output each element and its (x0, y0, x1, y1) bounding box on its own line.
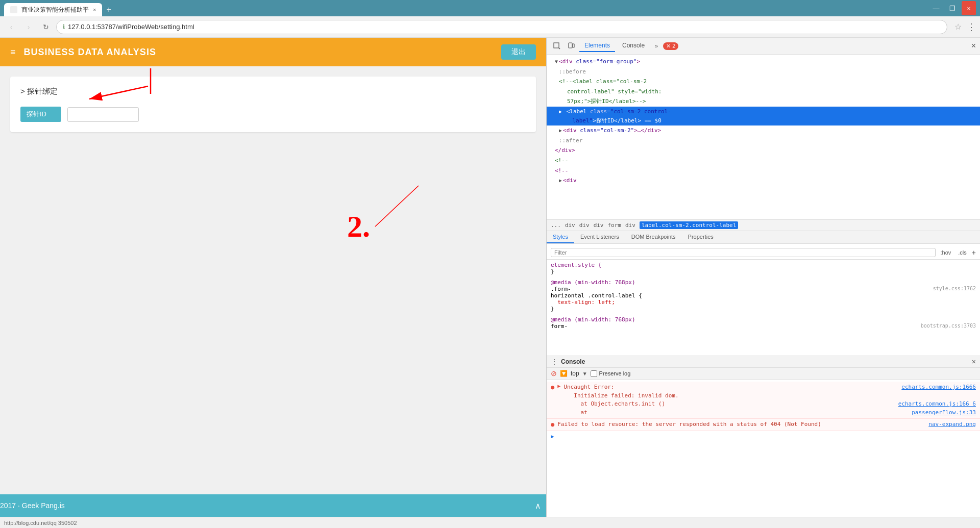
console-clear-btn[interactable]: ⊘ (551, 369, 557, 378)
device-toggle-btn[interactable] (565, 40, 577, 52)
devtools-toolbar: Elements Console » ✕ 2 × (547, 38, 980, 55)
add-rule-btn[interactable]: + (972, 248, 976, 257)
window-maximize-btn[interactable]: ❐ (945, 1, 960, 15)
error-icon-2: ● (551, 421, 554, 428)
field-input[interactable] (67, 107, 139, 122)
html-line: </div> (547, 145, 980, 156)
console-toolbar: ⋮ Console × (547, 356, 980, 368)
preserve-log-checkbox[interactable] (591, 370, 597, 377)
bookmark-btn[interactable]: ☆ (954, 22, 962, 32)
console-expand-arrow[interactable]: ▶ (547, 431, 980, 442)
content-area: 2. ≡ BUSINESS DATA ANALYSIS 退出 > 探针绑定 探针… (0, 38, 980, 517)
console-error-2: ● Failed to load resource: the server re… (547, 419, 980, 431)
logout-btn[interactable]: 退出 (501, 44, 536, 60)
error-count-icon: ✕ (666, 43, 672, 49)
form-row: 探针ID (20, 107, 526, 122)
console-section: ⋮ Console × ⊘ 🔽 top ▼ Preserve log (547, 356, 980, 517)
console-level-label: top (571, 370, 579, 377)
reload-btn[interactable]: ↻ (39, 20, 53, 34)
secure-icon: ℹ (63, 23, 65, 30)
devtools-close-btn[interactable]: × (971, 41, 976, 51)
html-line: ::before (547, 67, 980, 77)
webpage-pane: 2. ≡ BUSINESS DATA ANALYSIS 退出 > 探针绑定 探针… (0, 38, 546, 517)
window-close-btn[interactable]: × (962, 1, 976, 15)
svg-rect-5 (554, 43, 559, 48)
svg-line-6 (559, 48, 560, 49)
breadcrumb-div4[interactable]: div (625, 222, 635, 229)
breadcrumb-dots[interactable]: ... (551, 222, 561, 229)
echarts-link[interactable]: echarts.common.js:166 6 (898, 400, 976, 409)
console-filter-btn[interactable]: 🔽 (560, 370, 568, 377)
panel-tabs: Styles Event Listeners DOM Breakpoints P… (547, 231, 980, 244)
html-line: ▼<div class="form-group"> (547, 57, 980, 67)
error-expand-1[interactable]: ▶ (557, 383, 560, 389)
url-text: 127.0.0.1:53787/wifiProbeWeb/setting.htm… (68, 23, 194, 31)
styles-tab[interactable]: Styles (547, 231, 574, 243)
breadcrumb-form[interactable]: form (608, 222, 622, 229)
html-line-selected[interactable]: ▶ <label class="col-sm-2 control- label"… (547, 107, 980, 125)
html-line: <!-- (547, 166, 980, 176)
tab-close-btn[interactable]: × (93, 7, 96, 13)
footer-text: 2017 · Geek Pang.is (0, 501, 65, 510)
console-error-1: ● ▶ Uncaught Error: echarts.common.js:16… (547, 382, 980, 419)
breadcrumb-label[interactable]: label.col-sm-2.control-label (640, 221, 738, 229)
elements-tab[interactable]: Elements (579, 40, 615, 52)
error-link-2[interactable]: nav-expand.png (928, 420, 976, 429)
window-controls: — ❐ × (929, 1, 976, 15)
styles-filter-input[interactable] (551, 248, 936, 257)
section-title[interactable]: > 探针绑定 (20, 87, 526, 96)
tab-title: 商业决策智能分析辅助平 (21, 6, 89, 14)
html-line: <!--<label class="col-sm-2 (547, 77, 980, 87)
properties-tab[interactable]: Properties (682, 231, 720, 243)
preserve-log-label: Preserve log (591, 370, 631, 377)
active-tab[interactable]: 商业决策智能分析辅助平 × (4, 3, 102, 16)
console-level-arrow[interactable]: ▼ (582, 371, 587, 376)
error-text-2: Failed to load resource: the server resp… (557, 420, 976, 429)
error-link-1[interactable]: echarts.common.js:1666 (901, 383, 976, 392)
html-line: <!-- (547, 156, 980, 166)
hov-filter-btn[interactable]: :hov (939, 248, 953, 257)
html-line: ::after (547, 136, 980, 146)
page-content: > 探针绑定 探针ID (0, 66, 546, 494)
console-content: ● ▶ Uncaught Error: echarts.common.js:16… (547, 380, 980, 517)
back-btn[interactable]: ‹ (4, 20, 18, 34)
html-line: ▶<div (547, 175, 980, 186)
forward-btn[interactable]: › (21, 20, 36, 34)
styles-panel: :hov .cls + element.style { } @media (mi… (547, 244, 980, 356)
url-bar[interactable]: ℹ 127.0.0.1:53787/wifiProbeWeb/setting.h… (56, 20, 947, 34)
console-tab-label: Console (561, 358, 585, 365)
console-tab-btn[interactable]: Console (617, 40, 650, 52)
error-icon-1: ● (551, 384, 554, 391)
more-tabs-btn[interactable]: » (652, 41, 661, 51)
html-line: control-label" style="width: (547, 87, 980, 97)
status-url: http://blog.cdu.net/qq 350502 (4, 520, 77, 526)
event-listeners-tab[interactable]: Event Listeners (574, 231, 625, 243)
address-bar: ‹ › ↻ ℹ 127.0.0.1:53787/wifiProbeWeb/set… (0, 16, 980, 38)
css-rule-element: element.style { } (547, 260, 980, 277)
page-wrapper: 2. ≡ BUSINESS DATA ANALYSIS 退出 > 探针绑定 探针… (0, 38, 546, 517)
devtools-panel: Elements Console » ✕ 2 × ▼<div class="fo… (546, 38, 980, 517)
window-minimize-btn[interactable]: — (929, 1, 943, 15)
css-rule-media1: @media (min-width: 768px) .form-style.cs… (547, 277, 980, 314)
footer-collapse-btn[interactable]: ∧ (535, 501, 541, 511)
breadcrumb-div2[interactable]: div (579, 222, 590, 229)
hamburger-icon[interactable]: ≡ (10, 47, 16, 58)
console-close-btn[interactable]: × (972, 358, 976, 366)
breadcrumb-div3[interactable]: div (594, 222, 604, 229)
svg-rect-8 (573, 44, 574, 47)
browser-menu-btn[interactable]: ⋮ (967, 21, 976, 33)
console-filter-row: ⊘ 🔽 top ▼ Preserve log (547, 368, 980, 380)
breadcrumb-bar: ... div div div form div label.col-sm-2.… (547, 219, 980, 231)
breadcrumb-div1[interactable]: div (565, 222, 575, 229)
tab-area: 商业决策智能分析辅助平 × + (4, 0, 925, 16)
elements-panel[interactable]: ▼<div class="form-group"> ::before <!--<… (547, 55, 980, 219)
dom-breakpoints-tab[interactable]: DOM Breakpoints (625, 231, 682, 243)
passenger-link[interactable]: passengerFlow.js:33 (912, 409, 976, 417)
inspect-element-btn[interactable] (551, 40, 563, 52)
cls-filter-btn[interactable]: .cls (956, 248, 969, 257)
field-label: 探针ID (20, 107, 61, 122)
section-card: > 探针绑定 探针ID (10, 77, 536, 132)
css-rule-media2: @media (min-width: 768px) form-bootstrap… (547, 314, 980, 332)
new-tab-btn[interactable]: + (102, 3, 115, 16)
console-menu-btn[interactable]: ⋮ (551, 358, 558, 366)
